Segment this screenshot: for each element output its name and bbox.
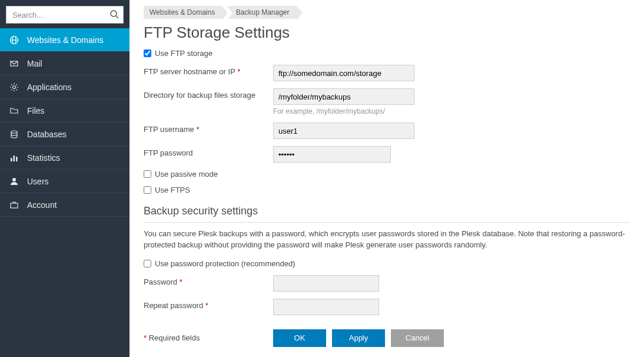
security-password-input[interactable] xyxy=(273,275,379,292)
user-icon xyxy=(8,177,20,186)
ftps-checkbox[interactable] xyxy=(144,186,151,194)
passive-mode-label-text: Use passive mode xyxy=(155,170,218,178)
bar-chart-icon xyxy=(8,153,20,163)
svg-point-7 xyxy=(11,131,17,133)
username-label: FTP username * xyxy=(144,123,273,134)
sidebar-item-label: Mail xyxy=(27,59,42,68)
hostname-input[interactable] xyxy=(273,65,414,81)
ftps-label-text: Use FTPS xyxy=(155,186,190,194)
repeat-password-label: Repeat password * xyxy=(144,299,273,310)
cancel-button[interactable]: Cancel xyxy=(391,329,444,347)
passive-mode-checkbox-label[interactable]: Use passive mode xyxy=(144,170,218,178)
apply-button[interactable]: Apply xyxy=(332,329,385,347)
directory-input[interactable] xyxy=(273,88,414,105)
gear-icon xyxy=(8,82,20,92)
globe-icon xyxy=(8,35,20,45)
mail-icon xyxy=(8,59,20,68)
security-section-title: Backup security settings xyxy=(144,205,630,217)
password-protection-checkbox[interactable] xyxy=(144,260,151,267)
ftp-password-label: FTP password xyxy=(144,146,273,157)
sidebar-item-label: Websites & Domains xyxy=(27,35,104,45)
required-asterisk: * xyxy=(237,67,240,76)
sidebar-item-databases[interactable]: Databases xyxy=(0,123,130,146)
svg-point-6 xyxy=(13,85,16,88)
password-protection-checkbox-label[interactable]: Use password protection (recommended) xyxy=(144,259,295,268)
svg-line-1 xyxy=(116,16,118,18)
sidebar-item-label: Applications xyxy=(27,82,72,92)
svg-point-11 xyxy=(12,178,16,181)
use-ftp-label-text: Use FTP storage xyxy=(155,49,213,58)
repeat-password-input[interactable] xyxy=(273,299,379,315)
security-password-label: Password * xyxy=(144,275,273,286)
password-protection-label-text: Use password protection (recommended) xyxy=(155,259,295,268)
breadcrumb: Websites & Domains Backup Manager xyxy=(144,6,630,19)
sidebar-item-statistics[interactable]: Statistics xyxy=(0,146,130,170)
folder-icon xyxy=(8,106,20,115)
page-title: FTP Storage Settings xyxy=(144,24,630,42)
use-ftp-checkbox-label[interactable]: Use FTP storage xyxy=(144,49,213,58)
ok-button[interactable]: OK xyxy=(273,329,326,347)
sidebar-item-label: Account xyxy=(27,200,57,210)
ftps-checkbox-label[interactable]: Use FTPS xyxy=(144,186,190,194)
sidebar-item-label: Statistics xyxy=(27,153,60,163)
breadcrumb-item[interactable]: Backup Manager xyxy=(227,6,297,19)
use-ftp-checkbox[interactable] xyxy=(144,49,151,57)
svg-rect-9 xyxy=(14,156,15,161)
required-asterisk: * xyxy=(196,125,199,134)
required-asterisk: * xyxy=(205,301,208,310)
search-icon xyxy=(109,9,119,19)
sidebar: Websites & Domains Mail Applications Fil… xyxy=(0,0,130,357)
briefcase-icon xyxy=(8,200,20,210)
search-input[interactable] xyxy=(6,6,124,24)
sidebar-item-users[interactable]: Users xyxy=(0,170,130,193)
sidebar-item-label: Users xyxy=(27,177,49,186)
directory-label: Directory for backup files storage xyxy=(144,88,273,100)
database-icon xyxy=(8,130,20,139)
directory-hint: For example, /myfolder/mybackups/ xyxy=(273,107,414,115)
svg-rect-12 xyxy=(11,203,18,208)
main-content: Websites & Domains Backup Manager FTP St… xyxy=(130,0,644,357)
hostname-label: FTP server hostname or IP * xyxy=(144,65,273,76)
svg-rect-8 xyxy=(11,158,12,161)
sidebar-item-label: Files xyxy=(27,106,45,115)
sidebar-item-label: Databases xyxy=(27,130,67,139)
breadcrumb-item[interactable]: Websites & Domains xyxy=(144,6,222,19)
sidebar-item-files[interactable]: Files xyxy=(0,99,130,123)
sidebar-item-websites-domains[interactable]: Websites & Domains xyxy=(0,28,130,52)
passive-mode-checkbox[interactable] xyxy=(144,170,151,178)
svg-point-0 xyxy=(111,11,117,16)
ftp-password-input[interactable] xyxy=(273,146,391,163)
security-description: You can secure Plesk backups with a pass… xyxy=(144,229,630,251)
required-asterisk: * xyxy=(180,277,182,286)
svg-rect-10 xyxy=(16,157,18,161)
sidebar-item-account[interactable]: Account xyxy=(0,193,130,217)
username-input[interactable] xyxy=(273,123,414,139)
sidebar-item-applications[interactable]: Applications xyxy=(0,75,130,99)
required-fields-note: * Required fields xyxy=(144,333,273,342)
sidebar-item-mail[interactable]: Mail xyxy=(0,52,130,75)
